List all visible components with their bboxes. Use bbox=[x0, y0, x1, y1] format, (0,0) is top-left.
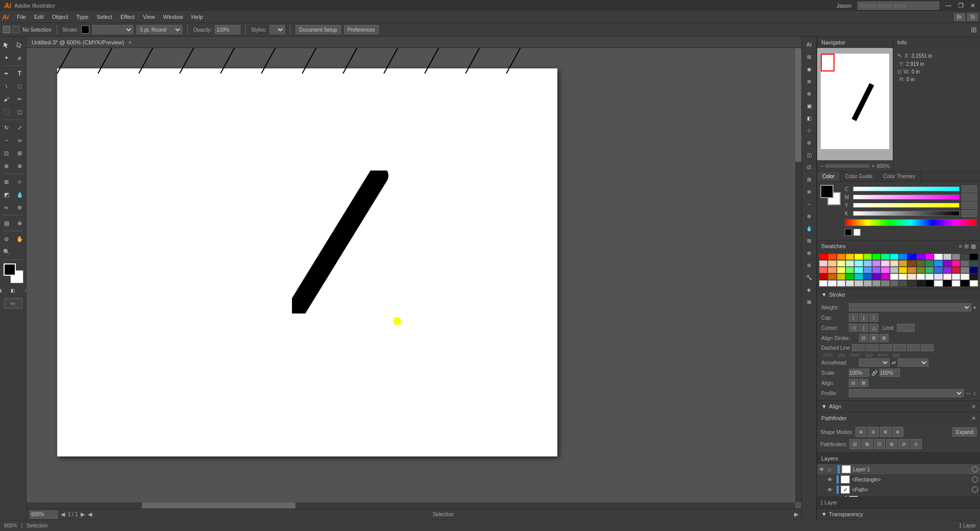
scroll-right-btn[interactable]: ▶ bbox=[794, 511, 798, 518]
menu-help[interactable]: Help bbox=[187, 13, 207, 21]
mid-btn-12[interactable]: ⊕ bbox=[803, 186, 815, 197]
mid-btn-15[interactable]: 💧 bbox=[803, 223, 815, 234]
minus-front-btn[interactable]: ⊖ bbox=[868, 427, 879, 437]
mid-btn-7[interactable]: ⊹ bbox=[803, 125, 815, 136]
swatch[interactable] bbox=[908, 280, 916, 286]
swatch[interactable] bbox=[837, 274, 845, 280]
swatch[interactable] bbox=[952, 254, 960, 260]
swatch[interactable] bbox=[837, 267, 845, 273]
scale-tool-btn[interactable]: ⤢ bbox=[14, 122, 26, 134]
layers-panel-header[interactable]: Layers bbox=[817, 453, 980, 464]
align-center-btn[interactable]: ⊟ bbox=[859, 334, 868, 342]
swatch[interactable] bbox=[943, 267, 951, 273]
swatch[interactable] bbox=[899, 267, 907, 273]
swatch[interactable] bbox=[864, 274, 872, 280]
zoom-out-icon[interactable]: − bbox=[820, 163, 823, 169]
scale-lock-icon[interactable]: 🔗 bbox=[871, 370, 877, 376]
unite-btn[interactable]: ⊕ bbox=[855, 427, 867, 437]
swatch[interactable] bbox=[819, 254, 827, 260]
swatch[interactable] bbox=[934, 254, 942, 260]
rect-circle[interactable] bbox=[972, 476, 978, 482]
swatches-header[interactable]: Swatches ≡ ⊞ ▦ bbox=[817, 240, 980, 252]
mid-btn-9[interactable]: ◫ bbox=[803, 149, 815, 160]
gradient-tool-btn[interactable]: ◩ bbox=[1, 188, 13, 201]
canvas-zoom-input[interactable] bbox=[30, 511, 58, 519]
align-header[interactable]: ▼ Align ✕ bbox=[817, 401, 980, 412]
erase-tool-btn[interactable]: ◻ bbox=[14, 106, 26, 118]
horizontal-scrollbar[interactable] bbox=[27, 502, 795, 509]
corner-round-btn[interactable]: ) bbox=[859, 324, 868, 332]
swatch[interactable] bbox=[970, 254, 978, 260]
swatch[interactable] bbox=[961, 267, 969, 273]
limit-input[interactable] bbox=[897, 324, 915, 332]
swatch[interactable] bbox=[828, 267, 836, 273]
scale-end-input[interactable] bbox=[879, 369, 900, 377]
swatch[interactable] bbox=[908, 267, 916, 273]
swatch[interactable] bbox=[908, 274, 916, 280]
layer-item-rectangle[interactable]: 👁 <Rectangle> bbox=[817, 474, 980, 485]
live-paint-btn[interactable]: ⊗ bbox=[14, 160, 26, 172]
swatch[interactable] bbox=[925, 274, 934, 280]
swatch[interactable] bbox=[837, 280, 845, 286]
gradient-mode-btn[interactable]: ◧ bbox=[7, 284, 19, 297]
swatch[interactable] bbox=[961, 260, 969, 267]
align-panel-close[interactable]: ✕ bbox=[971, 403, 976, 410]
mid-btn-18[interactable]: ⊛ bbox=[803, 259, 815, 271]
swatch[interactable] bbox=[828, 274, 836, 280]
swatch[interactable] bbox=[864, 254, 872, 260]
swatch[interactable] bbox=[934, 280, 942, 286]
mid-btn-14[interactable]: ⊗ bbox=[803, 210, 815, 222]
layer1-eye-icon[interactable]: 👁 bbox=[819, 467, 826, 472]
menu-edit[interactable]: Edit bbox=[30, 13, 48, 21]
swatch[interactable] bbox=[917, 280, 925, 286]
swatch[interactable] bbox=[899, 274, 907, 280]
maximize-btn[interactable]: ❐ bbox=[958, 3, 964, 9]
swatch[interactable] bbox=[872, 260, 880, 267]
swatch[interactable] bbox=[872, 254, 880, 260]
crop-btn[interactable]: ⊞ bbox=[886, 439, 897, 449]
swatch[interactable] bbox=[943, 274, 951, 280]
profile-flip-h[interactable]: ↔ bbox=[966, 390, 971, 396]
width-tool-btn[interactable]: ⌯ bbox=[14, 134, 26, 147]
stroke-panel-header[interactable]: ▼ Stroke bbox=[817, 289, 980, 300]
black-swatch[interactable] bbox=[845, 229, 852, 236]
rect-tool-btn[interactable]: □ bbox=[14, 80, 26, 92]
swatch[interactable] bbox=[970, 274, 978, 280]
swatch[interactable] bbox=[943, 280, 951, 286]
swatch[interactable] bbox=[899, 254, 907, 260]
preferences-btn[interactable]: Preferences bbox=[344, 25, 379, 34]
lasso-tool-btn[interactable]: ⌀ bbox=[14, 52, 26, 64]
swatch[interactable] bbox=[819, 280, 827, 286]
swatch-grid-icon[interactable]: ▦ bbox=[971, 243, 976, 250]
slice-tool-btn[interactable]: ⊘ bbox=[1, 233, 13, 245]
info-header[interactable]: Info bbox=[893, 37, 980, 48]
gap-3[interactable] bbox=[921, 344, 934, 351]
swatch[interactable] bbox=[934, 260, 942, 267]
swatch[interactable] bbox=[917, 274, 925, 280]
swatch[interactable] bbox=[917, 260, 925, 267]
m-slider[interactable] bbox=[853, 195, 960, 200]
swatch[interactable] bbox=[819, 267, 827, 273]
arrowhead-start[interactable] bbox=[859, 358, 890, 367]
swatch[interactable] bbox=[881, 267, 889, 273]
transparency-header[interactable]: ▼ Transparency bbox=[817, 509, 980, 520]
profile-flip-v[interactable]: ↕ bbox=[973, 390, 976, 396]
menu-window[interactable]: Window bbox=[159, 13, 187, 21]
swatch[interactable] bbox=[961, 254, 969, 260]
swatch[interactable] bbox=[846, 267, 854, 273]
path-eye-icon[interactable]: 👁 bbox=[827, 487, 835, 493]
swatch[interactable] bbox=[881, 260, 889, 267]
swatch[interactable] bbox=[864, 280, 872, 286]
menu-object[interactable]: Object bbox=[48, 13, 72, 21]
menu-file[interactable]: File bbox=[13, 13, 30, 21]
styles-select[interactable] bbox=[270, 25, 285, 34]
expand-btn[interactable]: Expand bbox=[952, 427, 977, 437]
swatch[interactable] bbox=[872, 274, 880, 280]
mid-btn-2[interactable]: ◉ bbox=[803, 63, 815, 75]
mid-btn-6[interactable]: ◧ bbox=[803, 112, 815, 124]
bridge-btn[interactable]: Br bbox=[954, 13, 965, 21]
zoom-tool-btn[interactable]: 🔍 bbox=[1, 246, 13, 258]
doc-tab-close[interactable]: × bbox=[128, 39, 131, 45]
zoom-in-icon[interactable]: + bbox=[871, 163, 874, 169]
search-input[interactable] bbox=[857, 2, 939, 10]
